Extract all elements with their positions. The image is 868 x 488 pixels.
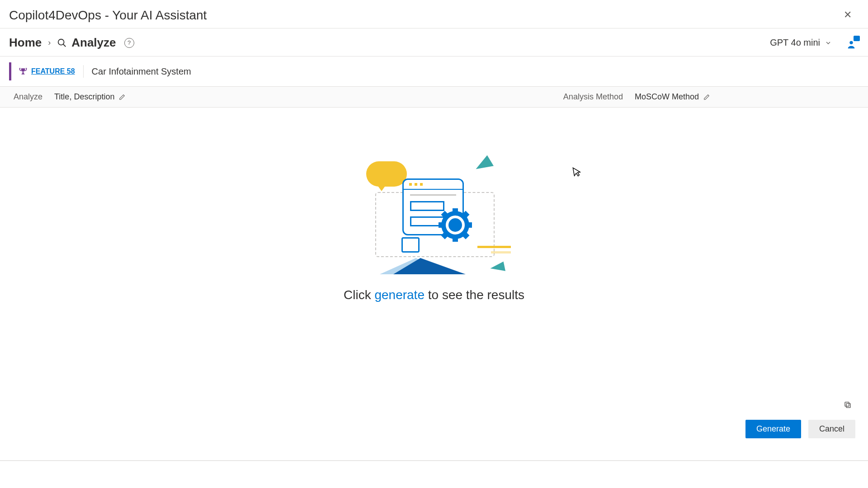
empty-state-prefix: Click — [344, 288, 374, 302]
feedback-button[interactable] — [846, 37, 859, 49]
analyze-param-label: Analyze — [14, 92, 42, 102]
work-item-accent — [9, 62, 11, 80]
app-title: Copilot4DevOps - Your AI Assistant — [9, 8, 859, 23]
trophy-icon — [19, 67, 28, 76]
chevron-right-icon: › — [48, 38, 51, 47]
work-item-bar: FEATURE 58 Car Infotainment System — [0, 56, 868, 87]
speech-bubble-icon — [854, 36, 860, 41]
svg-rect-4 — [22, 74, 25, 75]
work-item-link[interactable]: FEATURE 58 — [31, 67, 75, 75]
close-icon: ✕ — [844, 9, 852, 20]
method-param-value[interactable]: MoSCoW Method — [635, 92, 710, 102]
pencil-icon — [703, 94, 710, 100]
breadcrumb-home[interactable]: Home — [9, 36, 42, 50]
breadcrumb-bar: Home › Analyze ? GPT 4o mini — [0, 28, 868, 56]
chevron-down-icon — [825, 39, 832, 47]
cancel-button[interactable]: Cancel — [808, 420, 855, 438]
copy-icon[interactable] — [844, 401, 852, 409]
footer-divider — [0, 460, 868, 461]
vertical-divider — [83, 65, 84, 78]
svg-line-1 — [63, 44, 66, 47]
method-param-text: MoSCoW Method — [635, 92, 699, 102]
generate-button[interactable]: Generate — [745, 420, 801, 438]
svg-point-2 — [849, 41, 853, 44]
model-selected-label: GPT 4o mini — [770, 38, 820, 48]
empty-state-illustration — [357, 148, 511, 274]
close-button[interactable]: ✕ — [840, 8, 855, 22]
empty-state-text: Click generate to see the results — [344, 288, 524, 302]
breadcrumb-current: Analyze — [71, 36, 116, 50]
cursor-icon — [572, 166, 582, 178]
svg-rect-3 — [22, 72, 24, 74]
analyze-param-value[interactable]: Title, Description — [54, 92, 125, 102]
empty-state-accent: generate — [374, 288, 425, 302]
work-item-title: Car Infotainment System — [92, 66, 191, 77]
svg-point-0 — [58, 39, 64, 45]
svg-rect-6 — [845, 402, 849, 406]
results-area: Click generate to see the results — [0, 108, 868, 343]
pencil-icon — [119, 94, 125, 100]
footer-actions: Generate Cancel — [9, 411, 855, 438]
search-icon — [57, 38, 67, 48]
method-param-label: Analysis Method — [563, 92, 623, 102]
model-selector[interactable]: GPT 4o mini — [770, 38, 832, 48]
analyze-param-text: Title, Description — [54, 92, 114, 102]
svg-rect-5 — [846, 404, 850, 408]
help-icon[interactable]: ? — [124, 38, 134, 48]
parameters-bar: Analyze Title, Description Analysis Meth… — [0, 87, 868, 108]
empty-state-suffix: to see the results — [425, 288, 524, 302]
